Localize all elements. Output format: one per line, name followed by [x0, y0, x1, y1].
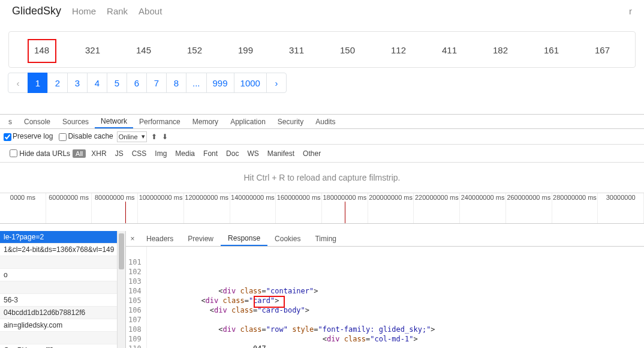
page-active[interactable]: 1 — [28, 73, 48, 93]
number-item: 148 — [16, 45, 67, 55]
request-item[interactable]: 04bcdd1db12d6b78812f6 — [0, 307, 125, 319]
devtools-tabs: s ConsoleSourcesNetworkPerformanceMemory… — [0, 115, 644, 129]
page-next[interactable]: › — [266, 73, 287, 93]
devtools-tab-sources[interactable]: Sources — [56, 115, 95, 128]
navbar: GlidedSky Home Rank About r — [0, 0, 644, 23]
number-item: 182 — [475, 45, 526, 55]
number-item: 321 — [67, 45, 118, 55]
request-list[interactable]: le-1?page=21&cl=24-bit&ds=1366x768&vl=14… — [0, 231, 126, 348]
nav-about[interactable]: About — [139, 6, 162, 16]
page-2[interactable]: 2 — [47, 73, 68, 93]
number-item: 150 — [322, 45, 373, 55]
hide-data-urls-checkbox[interactable] — [10, 149, 17, 157]
nav-rank[interactable]: Rank — [107, 6, 128, 16]
preserve-log-checkbox[interactable] — [4, 133, 11, 141]
pagination: ‹12345678...9991000› — [8, 73, 644, 93]
response-tab-preview[interactable]: Preview — [180, 231, 221, 246]
page-8[interactable]: 8 — [166, 73, 186, 93]
throttle-select[interactable]: Online ▾ — [117, 131, 147, 142]
request-item[interactable]: le-1?page=2 — [0, 231, 125, 244]
highlight-box — [254, 296, 285, 308]
download-icon[interactable]: ⬇ — [161, 133, 168, 141]
network-filter: Hide data URLs All XHRJSCSSImgMediaFontD… — [0, 145, 644, 163]
request-item[interactable] — [0, 256, 125, 269]
filter-js[interactable]: JS — [112, 149, 127, 158]
response-tab-response[interactable]: Response — [221, 231, 267, 246]
filmstrip-hint: Hit Ctrl + R to reload and capture films… — [0, 163, 644, 193]
filter-img[interactable]: Img — [152, 149, 170, 158]
number-item: 311 — [271, 45, 322, 55]
filter-all[interactable]: All — [73, 149, 86, 158]
filter-manifest[interactable]: Manifest — [264, 149, 297, 158]
request-item[interactable]: 56-3 — [0, 294, 125, 307]
devtools-tab-audits[interactable]: Audits — [309, 115, 341, 128]
page-3[interactable]: 3 — [67, 73, 88, 93]
number-item: 161 — [526, 45, 577, 55]
page-5[interactable]: 5 — [107, 73, 127, 93]
filter-doc[interactable]: Doc — [223, 149, 242, 158]
brand[interactable]: GlidedSky — [12, 5, 61, 17]
network-toolbar: Preserve log Disable cache Online ▾ ⬆ ⬇ — [0, 129, 644, 145]
request-item[interactable] — [0, 332, 125, 344]
request-item[interactable]: 1&cl=24-bit&ds=1366x768&vl=149 — [0, 244, 125, 256]
nav-login[interactable]: r — [629, 6, 632, 16]
devtools-tab-network[interactable]: Network — [95, 115, 133, 128]
response-body[interactable]: 101102103104105106107108109110111112113 … — [126, 247, 644, 348]
page-prev[interactable]: ‹ — [8, 73, 28, 93]
number-item: 411 — [424, 45, 475, 55]
close-icon[interactable]: × — [126, 235, 139, 243]
page-1000[interactable]: 1000 — [234, 73, 267, 93]
response-tab-timing[interactable]: Timing — [308, 231, 344, 246]
devtools-tab-console[interactable]: Console — [18, 115, 56, 128]
devtools-tab-application[interactable]: Application — [224, 115, 272, 128]
filter-css[interactable]: CSS — [129, 149, 150, 158]
upload-icon[interactable]: ⬆ — [151, 133, 158, 141]
response-tab-cookies[interactable]: Cookies — [267, 231, 308, 246]
filter-font[interactable]: Font — [200, 149, 221, 158]
devtools-tab-memory[interactable]: Memory — [186, 115, 224, 128]
devtools: s ConsoleSourcesNetworkPerformanceMemory… — [0, 114, 644, 348]
number-item: 145 — [118, 45, 169, 55]
numbers-row: 148321145152199311150112411182161167 — [13, 45, 631, 55]
request-item[interactable]: o — [0, 269, 125, 281]
number-item: 112 — [373, 45, 424, 55]
disable-cache-checkbox[interactable] — [59, 133, 67, 141]
filter-other[interactable]: Other — [300, 149, 324, 158]
timeline[interactable]: 0000 ms60000000 ms80000000 ms100000000 m… — [0, 193, 644, 224]
page-4[interactable]: 4 — [87, 73, 107, 93]
number-item: 199 — [220, 45, 271, 55]
filter-media[interactable]: Media — [172, 149, 198, 158]
page-6[interactable]: 6 — [127, 73, 147, 93]
page-7[interactable]: 7 — [146, 73, 167, 93]
number-item: 167 — [577, 45, 628, 55]
page-...[interactable]: ... — [186, 73, 207, 93]
numbers-card: 148321145152199311150112411182161167 — [8, 31, 636, 68]
scrollbar[interactable] — [117, 231, 125, 348]
response-tab-headers[interactable]: Headers — [139, 231, 180, 246]
hide-data-urls[interactable]: Hide data URLs — [10, 149, 70, 158]
response-tabs: × HeadersPreviewResponseCookiesTiming — [126, 231, 644, 247]
request-item[interactable] — [0, 281, 125, 294]
devtools-tab-security[interactable]: Security — [272, 115, 309, 128]
request-item[interactable]: QuaPYsa.woff? — [0, 344, 125, 348]
page-999[interactable]: 999 — [206, 73, 234, 93]
scroll-thumb[interactable] — [119, 233, 124, 269]
preserve-log[interactable]: Preserve log — [1, 132, 53, 140]
filter-xhr[interactable]: XHR — [88, 149, 109, 158]
filter-ws[interactable]: WS — [244, 149, 261, 158]
devtools-tab-performance[interactable]: Performance — [133, 115, 186, 128]
request-item[interactable]: ain=glidedsky.com — [0, 319, 125, 332]
number-item: 152 — [169, 45, 220, 55]
nav-home[interactable]: Home — [72, 6, 96, 16]
disable-cache[interactable]: Disable cache — [56, 132, 113, 140]
response-panel: × HeadersPreviewResponseCookiesTiming 10… — [126, 231, 644, 348]
devtools-tab-trunc: s — [2, 115, 18, 128]
